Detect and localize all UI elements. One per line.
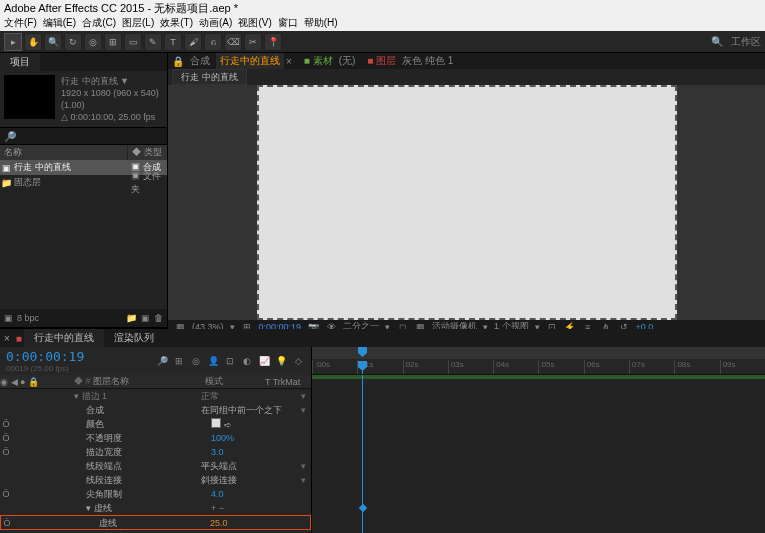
comp-tab-label: 合成 bbox=[186, 53, 214, 69]
camera-tool[interactable]: ◎ bbox=[84, 33, 102, 51]
menu-animation[interactable]: 动画(A) bbox=[199, 16, 232, 31]
rotate-tool[interactable]: ↻ bbox=[64, 33, 82, 51]
time-ruler[interactable]: :00s 01s 02s 03s 04s 05s 06s 07s 08s 09s bbox=[312, 347, 765, 375]
menu-view[interactable]: 视图(V) bbox=[238, 16, 271, 31]
brush-tool[interactable]: 🖌 bbox=[184, 33, 202, 51]
col-type[interactable]: ◆ 类型 bbox=[127, 145, 167, 160]
text-tool[interactable]: T bbox=[164, 33, 182, 51]
workspace-label[interactable]: 工作区 bbox=[731, 35, 761, 49]
playhead-line[interactable] bbox=[362, 375, 363, 533]
comp-resolution: 1920 x 1080 (960 x 540) (1.00) bbox=[61, 87, 163, 111]
clone-tool[interactable]: ⎌ bbox=[204, 33, 222, 51]
timeline-tab-comp[interactable]: 行走中的直线 bbox=[24, 329, 104, 347]
brainstorm-btn[interactable]: 💡 bbox=[274, 354, 288, 368]
search-icon[interactable]: 🔎 bbox=[4, 131, 16, 142]
timeline-tracks[interactable]: :00s 01s 02s 03s 04s 05s 06s 07s 08s 09s bbox=[312, 347, 765, 533]
menu-effect[interactable]: 效果(T) bbox=[160, 16, 193, 31]
new-comp-btn[interactable]: ▣ bbox=[141, 313, 150, 323]
menu-window[interactable]: 窗口 bbox=[278, 16, 298, 31]
tool-bar: ▸ ✋ 🔍 ↻ ◎ ⊞ ▭ ✎ T 🖌 ⎌ ⌫ ✂ 📍 🔍 工作区 bbox=[0, 31, 765, 53]
menu-file[interactable]: 文件(F) bbox=[4, 16, 37, 31]
current-time[interactable]: 0:00:00:19 bbox=[6, 349, 84, 364]
comp-duration: △ 0:00:10:00, 25.00 fps bbox=[61, 111, 163, 123]
project-panel: 项目 行走 中的直线 ▼ 1920 x 1080 (960 x 540) (1.… bbox=[0, 53, 168, 327]
draft-3d-btn[interactable]: ◎ bbox=[189, 354, 203, 368]
menu-layer[interactable]: 图层(L) bbox=[122, 16, 154, 31]
close-icon[interactable]: × bbox=[286, 56, 292, 67]
puppet-tool[interactable]: 📍 bbox=[264, 33, 282, 51]
frame-blend-btn[interactable]: ⊡ bbox=[223, 354, 237, 368]
layer-name: 灰色 纯色 1 bbox=[402, 54, 453, 68]
menu-bar: 文件(F) 编辑(E) 合成(C) 图层(L) 效果(T) 动画(A) 视图(V… bbox=[0, 16, 765, 31]
search-icon[interactable]: 🔍 bbox=[711, 36, 723, 47]
timeline-tab-render[interactable]: 渲染队列 bbox=[104, 329, 164, 347]
project-search[interactable] bbox=[20, 131, 163, 141]
shape-tool[interactable]: ▭ bbox=[124, 33, 142, 51]
delete-btn[interactable]: 🗑 bbox=[154, 313, 163, 323]
menu-help[interactable]: 帮助(H) bbox=[304, 16, 338, 31]
project-item-folder[interactable]: 📁 固态层 ▣ 文件夹 bbox=[0, 175, 167, 190]
shy-btn[interactable]: 👤 bbox=[206, 354, 220, 368]
dash-highlight: Ŏ虚线25.0 bbox=[0, 515, 311, 530]
flowchart-tab[interactable]: 行走 中的直线 bbox=[172, 69, 247, 85]
interpret-btn[interactable]: ▣ bbox=[4, 313, 13, 323]
keyframe-marker[interactable] bbox=[359, 504, 367, 512]
comp-tab-name[interactable]: 行走中的直线 bbox=[216, 53, 284, 69]
comp-name: 行走 中的直线 ▼ bbox=[61, 75, 163, 87]
auto-kf-btn[interactable]: ◇ bbox=[291, 354, 305, 368]
graph-btn[interactable]: 📈 bbox=[257, 354, 271, 368]
selection-tool[interactable]: ▸ bbox=[4, 33, 22, 51]
pen-tool[interactable]: ✎ bbox=[144, 33, 162, 51]
zoom-tool[interactable]: 🔍 bbox=[44, 33, 62, 51]
composition-panel: 🔒合成行走中的直线× ■ 素材(无) ■ 图层灰色 纯色 1 行走 中的直线 ▦… bbox=[168, 53, 765, 327]
timeline-panel: × ■ 行走中的直线 渲染队列 0:00:00:19 00019 (25.00 … bbox=[0, 327, 765, 533]
composition-canvas bbox=[257, 85, 677, 320]
footage-tab[interactable]: ■ 素材 bbox=[300, 53, 337, 69]
menu-edit[interactable]: 编辑(E) bbox=[43, 16, 76, 31]
search-icon[interactable]: 🔎 bbox=[155, 354, 169, 368]
window-title: Adobe After Effects CC 2015 - 无标题项目.aep … bbox=[0, 0, 765, 16]
project-tab[interactable]: 项目 bbox=[0, 53, 40, 71]
current-frame: 00019 (25.00 fps) bbox=[6, 364, 84, 373]
comp-icon: ▣ bbox=[0, 163, 12, 173]
close-icon[interactable]: × bbox=[0, 333, 14, 344]
col-name[interactable]: 名称 bbox=[0, 145, 127, 160]
motion-blur-btn[interactable]: ◐ bbox=[240, 354, 254, 368]
comp-thumbnail bbox=[4, 75, 55, 119]
composition-viewer[interactable] bbox=[168, 85, 765, 320]
pan-behind-tool[interactable]: ⊞ bbox=[104, 33, 122, 51]
comp-mini-btn[interactable]: ⊞ bbox=[172, 354, 186, 368]
viewer-lock-icon[interactable]: 🔒 bbox=[172, 56, 184, 67]
bpc-btn[interactable]: 8 bpc bbox=[17, 313, 39, 323]
menu-composition[interactable]: 合成(C) bbox=[82, 16, 116, 31]
footage-none: (无) bbox=[339, 54, 356, 68]
folder-icon: 📁 bbox=[0, 178, 12, 188]
layer-tab[interactable]: ■ 图层 bbox=[363, 53, 400, 69]
roto-tool[interactable]: ✂ bbox=[244, 33, 262, 51]
eraser-tool[interactable]: ⌫ bbox=[224, 33, 242, 51]
new-folder-btn[interactable]: 📁 bbox=[126, 313, 137, 323]
hand-tool[interactable]: ✋ bbox=[24, 33, 42, 51]
